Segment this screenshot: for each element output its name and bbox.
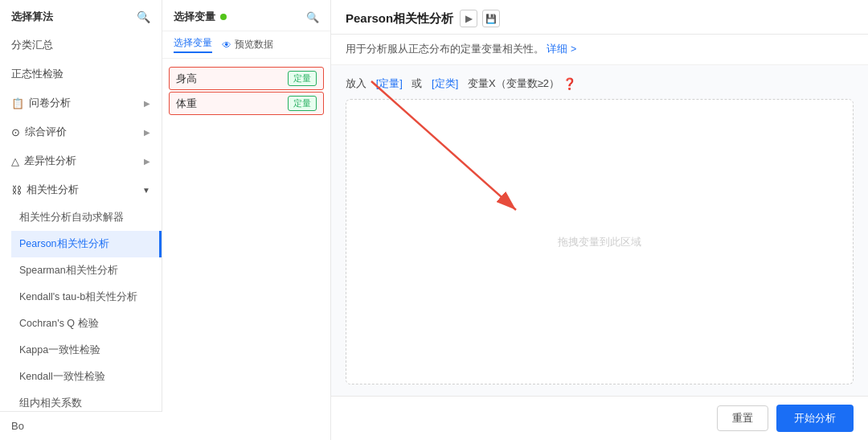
drop-box[interactable]: 拖拽变量到此区域: [346, 99, 854, 384]
questionnaire-icon: 📋: [11, 97, 24, 109]
main-header: Pearson相关性分析 ▶ 💾: [331, 0, 868, 35]
variable-item-weight[interactable]: 体重 定量: [169, 92, 324, 115]
sidebar-item-label: 问卷分析: [29, 96, 71, 110]
tab-variable[interactable]: 选择变量: [174, 36, 212, 53]
chevron-down-icon: ▼: [142, 186, 150, 195]
sidebar-item-comprehensive[interactable]: ⊙ 综合评价 ▶: [0, 117, 162, 146]
chevron-right-icon: ▶: [144, 99, 150, 108]
sidebar-item-label: 分类汇总: [11, 38, 53, 52]
middle-panel: 选择变量 🔍 选择变量 👁 预览数据 身高 定量 体重 定量: [162, 0, 331, 440]
sidebar-item-difference[interactable]: △ 差异性分析 ▶: [0, 146, 162, 175]
tabs-row: 选择变量 👁 预览数据: [162, 31, 330, 59]
sidebar-item-label: 相关性分析: [27, 183, 79, 197]
drop-tag1: [定量]: [376, 76, 403, 91]
variable-item-height[interactable]: 身高 定量: [169, 67, 324, 90]
drop-placeholder: 拖拽变量到此区域: [558, 235, 641, 249]
sidebar-item-questionnaire[interactable]: 📋 问卷分析 ▶: [0, 88, 162, 117]
sidebar: 选择算法 🔍 分类汇总 正态性检验 📋 问卷分析 ▶ ⊙ 综合评价 ▶ △ 差异…: [0, 0, 162, 440]
sidebar-item-kendall-b[interactable]: Kendall's tau-b相关性分析: [11, 284, 162, 310]
main-content: Pearson相关性分析 ▶ 💾 用于分析服从正态分布的定量变量相关性。 详细 …: [331, 0, 868, 440]
status-dot: [220, 14, 227, 20]
difference-icon: △: [11, 155, 19, 167]
drop-zone-area: 放入 [定量] 或 [定类] 变量X（变量数≥2） ❓ 拖拽变量到此区域: [331, 65, 868, 396]
sidebar-item-kappa[interactable]: Kappa一致性检验: [11, 337, 162, 364]
sidebar-item-auto-solver[interactable]: 相关性分析自动求解器: [11, 204, 162, 231]
sidebar-search-icon[interactable]: 🔍: [137, 10, 150, 23]
correlation-icon: ⛓: [11, 184, 22, 196]
correlation-subitems: 相关性分析自动求解器 Pearson相关性分析 Spearman相关性分析 Ke…: [0, 204, 162, 417]
sidebar-item-normal-test[interactable]: 正态性检验: [0, 60, 162, 88]
sidebar-item-spearman[interactable]: Spearman相关性分析: [11, 257, 162, 284]
sidebar-item-label: 正态性检验: [11, 67, 63, 81]
middle-header: 选择变量 🔍: [162, 0, 330, 31]
drop-tag2: [定类]: [432, 76, 458, 91]
sidebar-item-pearson[interactable]: Pearson相关性分析: [11, 231, 162, 257]
detail-link[interactable]: 详细 >: [547, 43, 576, 55]
tab-preview[interactable]: 👁 预览数据: [222, 38, 273, 51]
sidebar-item-correlation[interactable]: ⛓ 相关性分析 ▼: [0, 175, 162, 204]
chevron-right-icon: ▶: [144, 128, 150, 137]
eye-icon: 👁: [222, 39, 231, 51]
main-title-container: Pearson相关性分析 ▶ 💾: [346, 10, 500, 27]
comprehensive-icon: ⊙: [11, 126, 20, 138]
sidebar-item-classify-summary[interactable]: 分类汇总: [0, 31, 162, 60]
sidebar-item-label: 综合评价: [25, 125, 67, 139]
footer-bar: 重置 开始分析: [331, 396, 868, 440]
sidebar-item-kendall-w[interactable]: Kendall一致性检验: [11, 364, 162, 390]
middle-title: 选择变量: [174, 10, 215, 24]
sidebar-bottom-bar: Bo: [0, 411, 162, 440]
main-description: 用于分析服从正态分布的定量变量相关性。 详细 >: [331, 35, 868, 65]
play-icon-btn[interactable]: ▶: [460, 10, 477, 27]
main-title-text: Pearson相关性分析: [346, 11, 453, 27]
sidebar-item-label: 差异性分析: [24, 154, 76, 168]
save-icon-btn[interactable]: 💾: [482, 10, 500, 27]
chevron-right-icon: ▶: [144, 157, 150, 166]
middle-search-icon[interactable]: 🔍: [306, 11, 319, 23]
sidebar-title: 选择算法: [11, 10, 53, 24]
start-analysis-button[interactable]: 开始分析: [776, 405, 854, 432]
variable-list: 身高 定量 体重 定量: [162, 59, 330, 440]
help-icon[interactable]: ❓: [563, 77, 576, 90]
reset-button[interactable]: 重置: [717, 405, 768, 431]
sidebar-item-cochran[interactable]: Cochran's Q 检验: [11, 310, 162, 337]
sidebar-header: 选择算法 🔍: [0, 0, 162, 31]
drop-label: 放入 [定量] 或 [定类] 变量X（变量数≥2） ❓: [346, 76, 854, 91]
